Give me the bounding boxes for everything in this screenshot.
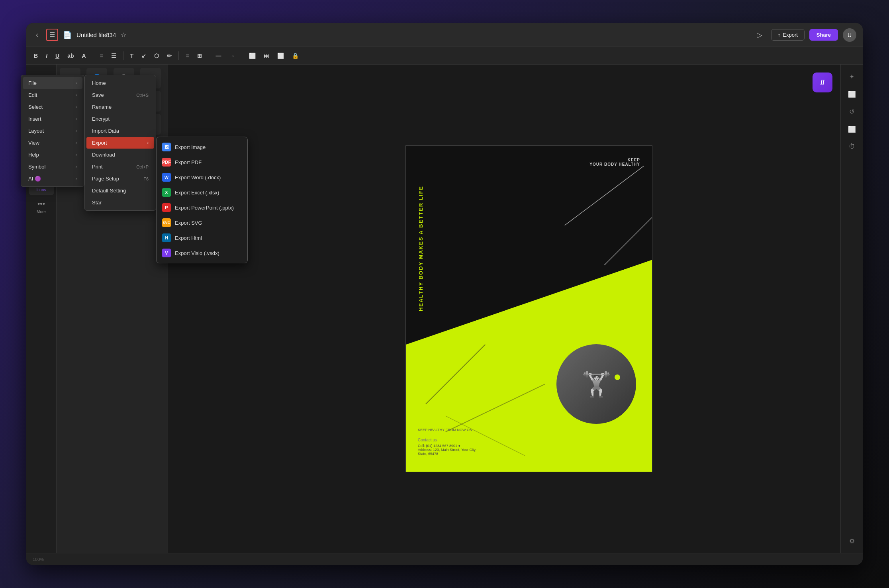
submenu-download-label: Download xyxy=(92,152,115,158)
menu-item-layout[interactable]: Layout › xyxy=(23,125,82,137)
submenu-download[interactable]: Download xyxy=(86,149,154,161)
export-excel-item[interactable]: X Export Excel (.xlsx) xyxy=(157,185,247,200)
menu-insert-label: Insert xyxy=(28,116,41,122)
export-icon-upload: ↑ xyxy=(778,32,781,38)
right-btn-settings[interactable]: ⚙ xyxy=(845,534,859,548)
toolbar-pen[interactable]: ✏ xyxy=(164,51,174,61)
submenu-import-label: Import Data xyxy=(92,128,119,134)
submenu-save[interactable]: Save Ctrl+S xyxy=(86,89,154,101)
export-pptx-label: Export PowerPoint (.pptx) xyxy=(175,205,234,211)
toolbar-divider-2 xyxy=(123,51,123,60)
play-button[interactable]: ▷ xyxy=(753,28,766,42)
menu-select-chevron: › xyxy=(76,105,77,109)
menu-item-insert[interactable]: Insert › xyxy=(23,113,82,125)
submenu-default-setting[interactable]: Default Setting xyxy=(86,185,154,196)
toolbar-line-height[interactable]: ☰ xyxy=(108,51,119,61)
submenu-print[interactable]: Print Ctrl+P xyxy=(86,161,154,172)
export-excel-label: Export Excel (.xlsx) xyxy=(175,190,219,196)
menu-item-view[interactable]: View › xyxy=(23,137,82,149)
sidebar-label-icons: Icons xyxy=(37,188,46,192)
menu-item-select[interactable]: Select › xyxy=(23,101,82,113)
zoom-level: 100% xyxy=(33,557,44,562)
toolbar-strikethrough[interactable]: ab xyxy=(65,51,76,61)
toolbar-grid[interactable]: ⊞ xyxy=(194,51,205,61)
submenu-home[interactable]: Home xyxy=(86,77,154,89)
submenu-page-setup[interactable]: Page Setup F6 xyxy=(86,173,154,184)
right-btn-present[interactable]: ⬜ xyxy=(845,122,859,136)
toolbar-text[interactable]: T xyxy=(127,51,137,61)
toolbar-arrow[interactable]: → xyxy=(227,51,238,61)
menu-button[interactable]: ☰ xyxy=(46,29,58,41)
submenu-export-chevron: › xyxy=(147,141,149,145)
toolbar-underline[interactable]: U xyxy=(53,51,62,61)
toolbar-bold[interactable]: B xyxy=(31,51,41,61)
export-image-icon: 🖼 xyxy=(162,143,171,151)
submenu-star-label: Star xyxy=(92,200,102,206)
menu-item-file[interactable]: File › xyxy=(23,77,82,89)
menu-item-help[interactable]: Help › xyxy=(23,149,82,161)
canvas-area[interactable]: // xyxy=(168,65,840,553)
menu-ai-chevron: › xyxy=(76,176,77,181)
export-word-item[interactable]: W Export Word (.docx) xyxy=(157,170,247,185)
export-svg-item[interactable]: SVG Export SVG xyxy=(157,215,247,230)
canvas-slide[interactable]: KEEP YOUR BODY HEALTHY HEALTHY BODY MAKE… xyxy=(405,145,652,472)
right-btn-magic[interactable]: ✦ xyxy=(845,69,859,84)
right-sidebar: ✦ ⬜ ↺ ⬜ ⏱ ⚙ xyxy=(840,65,863,553)
sidebar-item-more[interactable]: ••• More xyxy=(29,197,54,217)
submenu-print-shortcut: Ctrl+P xyxy=(136,165,149,169)
submenu-print-label: Print xyxy=(92,164,103,170)
toolbar-divider-4 xyxy=(209,51,209,60)
submenu-page-setup-label: Page Setup xyxy=(92,176,119,182)
submenu-export[interactable]: Export › xyxy=(86,137,154,149)
menu-help-chevron: › xyxy=(76,153,77,157)
toolbar-frame[interactable]: ⬜ xyxy=(246,51,258,61)
toolbar-embed[interactable]: ⬜ xyxy=(274,51,287,61)
submenu-encrypt[interactable]: Encrypt xyxy=(86,113,154,125)
toolbar-list[interactable]: ≡ xyxy=(183,51,192,61)
export-button[interactable]: ↑ Export xyxy=(771,29,805,41)
submenu-rename[interactable]: Rename xyxy=(86,101,154,113)
toolbar-divider-5 xyxy=(242,51,242,60)
submenu-export-label: Export xyxy=(92,140,107,146)
export-pptx-icon: P xyxy=(162,203,171,212)
toolbar-shape[interactable]: ⬡ xyxy=(151,51,162,61)
toolbar: B I U ab A ≡ ☰ T ↙ ⬡ ✏ ≡ ⊞ — → ⬜ ⏭ ⬜ 🔒 xyxy=(26,47,863,65)
submenu-save-label: Save xyxy=(92,92,104,98)
right-btn-history[interactable]: ↺ xyxy=(845,104,859,119)
export-pptx-item[interactable]: P Export PowerPoint (.pptx) xyxy=(157,200,247,215)
submenu-star[interactable]: Star xyxy=(86,197,154,208)
export-pdf-icon: PDF xyxy=(162,158,171,167)
dot-1 xyxy=(615,374,620,380)
submenu-import-data[interactable]: Import Data xyxy=(86,125,154,137)
right-btn-frame[interactable]: ⬜ xyxy=(845,87,859,101)
back-button[interactable]: ‹ xyxy=(33,29,41,41)
toolbar-align[interactable]: ≡ xyxy=(97,51,106,61)
submenu-rename-label: Rename xyxy=(92,104,112,110)
toolbar-font-color[interactable]: A xyxy=(79,51,88,61)
export-html-item[interactable]: H Export Html xyxy=(157,230,247,245)
submenu-encrypt-label: Encrypt xyxy=(92,116,110,122)
star-button[interactable]: ☆ xyxy=(121,31,126,39)
toolbar-lock[interactable]: 🔒 xyxy=(289,51,302,61)
export-svg-label: Export SVG xyxy=(175,220,202,226)
export-visio-item[interactable]: V Export Visio (.vsdx) xyxy=(157,245,247,261)
export-image-item[interactable]: 🖼 Export Image xyxy=(157,139,247,155)
export-pdf-item[interactable]: PDF Export PDF xyxy=(157,155,247,170)
menu-view-label: View xyxy=(28,140,39,146)
toolbar-connector[interactable]: ↙ xyxy=(139,51,149,61)
menu-help-label: Help xyxy=(28,152,39,158)
export-excel-icon: X xyxy=(162,188,171,197)
avatar[interactable]: U xyxy=(843,28,856,42)
menu-view-chevron: › xyxy=(76,141,77,145)
right-btn-timer[interactable]: ⏱ xyxy=(845,139,859,154)
toolbar-line[interactable]: — xyxy=(213,51,224,61)
slide-content: KEEP YOUR BODY HEALTHY HEALTHY BODY MAKE… xyxy=(406,146,652,472)
toolbar-italic[interactable]: I xyxy=(43,51,50,61)
menu-item-symbol[interactable]: Symbol › xyxy=(23,161,82,172)
menu-item-ai[interactable]: AI 🟣 › xyxy=(23,173,82,184)
share-button[interactable]: Share xyxy=(809,29,838,41)
menu-ai-label: AI 🟣 xyxy=(28,176,41,182)
menu-item-edit[interactable]: Edit › xyxy=(23,89,82,101)
toolbar-media[interactable]: ⏭ xyxy=(261,51,272,61)
more-icon: ••• xyxy=(37,200,45,208)
